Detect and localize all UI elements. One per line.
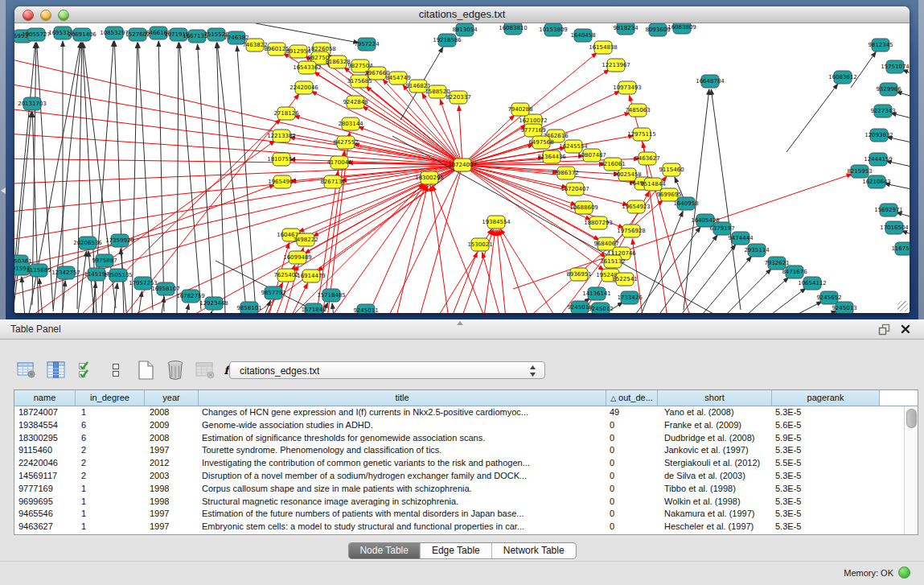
graph-node[interactable]: 16648784 xyxy=(696,75,725,88)
graph-node[interactable]: 18107554 xyxy=(267,153,296,166)
table-cell[interactable]: 2008 xyxy=(145,406,199,419)
graph-edge[interactable] xyxy=(711,89,741,310)
table-cell[interactable]: 22420046 xyxy=(14,457,76,470)
graph-node[interactable]: 2718126 xyxy=(273,107,299,120)
table-cell[interactable]: 1997 xyxy=(145,444,199,457)
memory-status-indicator[interactable] xyxy=(898,566,910,579)
table-cell[interactable]: de Silva et al. (2003) xyxy=(658,470,772,483)
column-header-title[interactable]: title xyxy=(199,390,606,406)
delete-column-button[interactable] xyxy=(165,360,186,381)
select-columns-button[interactable] xyxy=(46,360,67,381)
graph-node[interactable]: 19654903 xyxy=(268,175,297,188)
graph-edge[interactable] xyxy=(92,282,96,313)
graph-node[interactable]: 9329966 xyxy=(876,83,901,96)
graph-node[interactable]: 12213382 xyxy=(267,130,296,142)
graph-edge[interactable] xyxy=(758,288,806,313)
collapse-left-arrow-icon[interactable] xyxy=(1,187,6,194)
graph-edge[interactable] xyxy=(462,165,604,270)
table-cell[interactable]: 5.3E-5 xyxy=(772,521,880,534)
graph-edge[interactable] xyxy=(362,185,426,313)
table-cell[interactable]: 9115460 xyxy=(14,444,76,457)
table-row[interactable]: 1456911722003Disruption of a novel membe… xyxy=(14,470,905,483)
table-cell[interactable]: 5.5E-5 xyxy=(772,457,880,470)
table-cell[interactable]: 9699695 xyxy=(14,496,76,509)
split-pane-handle[interactable] xyxy=(457,321,463,325)
graph-node[interactable]: 15692971 xyxy=(874,204,903,216)
graph-node[interactable]: 8936951 xyxy=(566,268,591,281)
graph-node[interactable]: 1640458 xyxy=(570,29,595,42)
scrollbar-thumb[interactable] xyxy=(906,409,917,428)
table-cell[interactable]: 5.9E-5 xyxy=(772,432,880,445)
table-cell[interactable]: Tourette syndrome. Phenomenology and cla… xyxy=(199,444,606,457)
graph-node[interactable]: 8215953 xyxy=(847,165,872,178)
graph-edge[interactable] xyxy=(217,43,246,308)
table-cell[interactable]: 0 xyxy=(606,508,658,521)
graph-edge[interactable] xyxy=(22,277,26,313)
graph-node[interactable]: 9227343 xyxy=(870,105,895,117)
table-cell[interactable]: 5.3E-5 xyxy=(772,483,880,496)
close-window-button[interactable] xyxy=(23,10,34,21)
table-cell[interactable]: Structural magnetic resonance image aver… xyxy=(199,496,606,509)
table-cell[interactable]: 1 xyxy=(76,508,145,521)
tab-node-table[interactable]: Node Table xyxy=(348,543,420,558)
table-cell[interactable]: 5.3E-5 xyxy=(772,406,880,419)
column-header-out_de[interactable]: △out_de... xyxy=(606,390,658,406)
table-cell[interactable]: 1 xyxy=(76,483,145,496)
table-cell[interactable]: Estimation of the future numbers of pati… xyxy=(199,508,606,521)
table-cell[interactable]: 5.3E-5 xyxy=(772,496,880,509)
graph-node[interactable]: 9975887 xyxy=(92,254,117,267)
table-cell[interactable]: 5.3E-5 xyxy=(772,470,880,483)
graph-node[interactable]: 8471676 xyxy=(782,266,807,278)
graph-edge[interactable] xyxy=(132,43,138,313)
table-cell[interactable]: Yano et al. (2008) xyxy=(658,406,772,419)
table-cell[interactable]: Stergiakouli et al. (2012) xyxy=(658,457,772,470)
graph-edge[interactable] xyxy=(175,165,462,313)
graph-node[interactable]: 1530021 xyxy=(467,238,492,251)
table-row[interactable]: 946554611997Estimation of the future num… xyxy=(14,508,905,521)
graph-node[interactable]: 1571840 xyxy=(301,303,326,313)
graph-node[interactable]: 6497568 xyxy=(528,136,553,149)
graph-node[interactable]: 16083812 xyxy=(828,71,857,84)
graph-edge[interactable] xyxy=(14,270,18,313)
graph-edge[interactable] xyxy=(14,165,462,213)
row-checks-button[interactable] xyxy=(76,360,97,381)
column-header-short[interactable]: short xyxy=(658,390,772,406)
graph-node[interactable]: 1615132 xyxy=(600,255,625,268)
graph-node[interactable]: 8427552 xyxy=(333,136,358,149)
graph-edge[interactable] xyxy=(14,159,462,165)
table-row[interactable]: 946362711997Embryonic stem cells: a mode… xyxy=(14,521,905,534)
graph-edge[interactable] xyxy=(14,165,462,184)
graph-edge[interactable] xyxy=(499,229,531,313)
graph-node[interactable]: 7625402 xyxy=(273,269,298,282)
graph-node[interactable]: 15751074 xyxy=(881,60,910,73)
table-cell[interactable]: Wolkin et al. (1998) xyxy=(658,496,772,509)
graph-edge[interactable] xyxy=(137,291,142,313)
table-cell[interactable]: 0 xyxy=(606,470,658,483)
table-cell[interactable]: 6 xyxy=(76,419,145,432)
graph-node[interactable]: 2803144 xyxy=(338,117,363,130)
graph-node[interactable]: 4170046 xyxy=(326,156,352,169)
graph-node[interactable]: 15718485 xyxy=(317,289,346,302)
table-cell[interactable]: 2012 xyxy=(145,457,199,470)
table-cell[interactable]: 1 xyxy=(76,521,145,534)
window-titlebar[interactable]: citations_edges.txt xyxy=(14,6,910,23)
graph-node[interactable]: 9812345 xyxy=(868,39,893,51)
graph-node[interactable]: 20131703 xyxy=(18,97,47,110)
table-cell[interactable]: 2 xyxy=(76,457,145,470)
graph-node[interactable]: 8813054 xyxy=(452,23,478,36)
table-cell[interactable]: 2003 xyxy=(145,470,199,483)
table-cell[interactable]: 1998 xyxy=(145,483,199,496)
graph-node[interactable]: 7957224 xyxy=(354,38,380,51)
graph-node[interactable]: 17016504 xyxy=(880,221,909,234)
graph-edge[interactable] xyxy=(635,227,700,313)
table-cell[interactable]: 18300295 xyxy=(14,432,76,445)
graph-node[interactable]: 8267130 xyxy=(320,175,345,188)
graph-node[interactable]: 22420046 xyxy=(290,81,318,94)
table-cell[interactable]: 9463627 xyxy=(14,521,76,534)
table-cell[interactable]: Dudbridge et al. (2008) xyxy=(658,432,772,445)
graph-edge[interactable] xyxy=(207,311,211,313)
table-cell[interactable]: Nakamura et al. (1997) xyxy=(658,508,772,521)
graph-node[interactable]: 12444159 xyxy=(864,153,893,166)
table-cell[interactable]: 2009 xyxy=(145,419,199,432)
table-cell[interactable]: Jankovic et al. (1997) xyxy=(658,444,772,457)
